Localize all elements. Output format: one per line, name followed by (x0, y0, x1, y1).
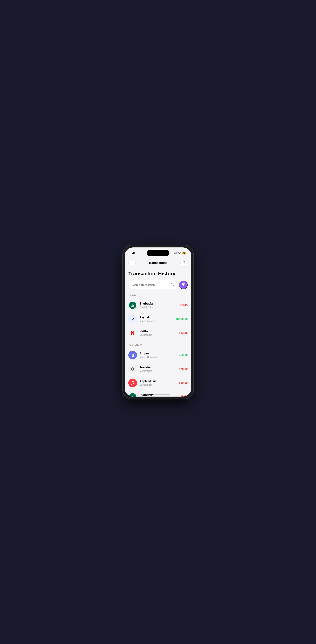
transaction-amount: -$12.45 (178, 331, 188, 334)
transaction-category: Money Received (140, 356, 175, 358)
starbucks-logo: ☕ (128, 301, 137, 310)
stripe-logo: S (128, 351, 137, 360)
svg-text:S: S (131, 353, 134, 358)
transaction-name: Transfer (140, 366, 175, 369)
search-row (128, 280, 188, 290)
transaction-info: Netflix Subscription (140, 330, 175, 336)
filter-icon (182, 283, 185, 287)
trash-icon (182, 261, 186, 265)
transaction-item[interactable]: Transfer Money Sent -$78.00 (128, 362, 188, 376)
paypal-logo: P (128, 315, 137, 324)
svg-text:P: P (131, 317, 134, 322)
section-label-today: TODAY (128, 294, 188, 296)
transaction-category: Money Sent (140, 370, 175, 372)
search-container[interactable] (128, 280, 177, 290)
transaction-amount: -$9.76 (180, 395, 188, 396)
svg-text:S: S (132, 396, 133, 396)
transaction-item[interactable]: N Netflix Subscription -$12.45 (128, 326, 188, 340)
nav-title: Transactions (149, 261, 167, 265)
phone-frame: 9:41 32 (123, 245, 193, 399)
back-button[interactable]: ‹ (128, 259, 136, 266)
transaction-list-yesterday: S Stripes Money Received +250.00 (128, 348, 188, 396)
transaction-name: Apple Music (140, 380, 175, 383)
transaction-info: Apple Music Subscription (140, 380, 175, 386)
phone-screen: 9:41 32 (125, 248, 191, 396)
starbucks-logo-2: ★ S (128, 392, 137, 396)
transaction-list-today: ☕ Starbucks Food & Drinks -$3.45 (128, 298, 188, 340)
svg-point-0 (179, 254, 180, 254)
battery-badge: 32 (182, 252, 186, 254)
transaction-info: Paypal Money received (140, 316, 173, 322)
svg-text:N: N (131, 330, 134, 336)
section-label-yesterday: YESTERDAY (128, 344, 188, 346)
transaction-info: Starbucks Food & Drinks (140, 302, 177, 308)
transaction-info: Stripes Money Received (140, 352, 175, 358)
netflix-logo: N (128, 329, 137, 337)
transfer-logo (128, 365, 137, 373)
filter-button[interactable] (179, 280, 188, 289)
main-content: Transaction History (125, 268, 191, 396)
transaction-name: Netflix (140, 330, 175, 333)
wifi-icon (178, 252, 181, 255)
transaction-info: Transfer Money Sent (140, 366, 175, 372)
transaction-item[interactable]: ☕ Starbucks Food & Drinks -$3.45 (128, 298, 188, 312)
svg-rect-14 (128, 378, 137, 387)
battery-level: 32 (183, 252, 185, 254)
transaction-amount: -$3.45 (180, 304, 188, 307)
transaction-category: Food & Drinks (140, 306, 177, 308)
signal-bars-icon (174, 252, 177, 254)
transaction-item[interactable]: P Paypal Money received +$100.00 (128, 312, 188, 326)
transaction-amount: +$100.00 (176, 318, 188, 321)
search-input[interactable] (131, 283, 169, 286)
transaction-name: Starbucks (140, 302, 177, 305)
transaction-item[interactable]: ★ S Starbucks Food & Drinks -$9.76 (128, 390, 188, 396)
status-time: 9:41 (130, 252, 135, 255)
svg-point-13 (128, 365, 137, 373)
transaction-amount: -$10.00 (178, 381, 188, 384)
home-indicator (146, 394, 170, 395)
status-icons: 32 (174, 252, 186, 255)
transaction-name: Stripes (140, 352, 175, 355)
screen-content[interactable]: ‹ Transactions Transaction History (125, 256, 191, 396)
transaction-item[interactable]: S Stripes Money Received +250.00 (128, 348, 188, 362)
transaction-amount: -$78.00 (178, 368, 188, 370)
back-icon: ‹ (132, 262, 133, 264)
search-icon[interactable] (171, 282, 174, 287)
transaction-name: Paypal (140, 316, 173, 319)
delete-button[interactable] (180, 259, 188, 266)
nav-header: ‹ Transactions (125, 256, 191, 268)
transaction-item[interactable]: Apple Music Subscription -$10.00 (128, 376, 188, 390)
transaction-amount: +250.00 (177, 354, 188, 357)
dynamic-island (147, 250, 169, 256)
transaction-category: Subscription (140, 334, 175, 336)
transaction-category: Money received (140, 320, 173, 322)
apple-music-logo (128, 378, 137, 387)
svg-text:☕: ☕ (131, 304, 134, 307)
page-title: Transaction History (128, 271, 188, 276)
transaction-category: Subscription (140, 384, 175, 386)
